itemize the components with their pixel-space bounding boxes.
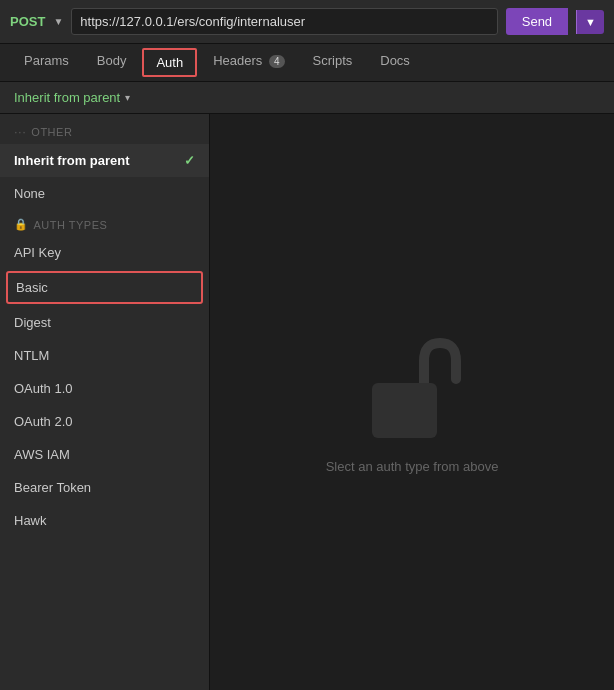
menu-item-basic[interactable]: Basic [6,271,203,304]
oauth1-label: OAuth 1.0 [14,381,73,396]
menu-item-none[interactable]: None [0,177,209,210]
url-input[interactable] [71,8,497,35]
tab-docs[interactable]: Docs [366,44,424,81]
method-label: POST [10,14,45,29]
svg-rect-0 [372,383,437,438]
inherit-dropdown-arrow: ▾ [125,92,130,103]
ntlm-label: NTLM [14,348,49,363]
send-dropdown-button[interactable]: ▼ [576,10,604,34]
auth-section-label: 🔒 AUTH TYPES [0,210,209,236]
menu-item-oauth2[interactable]: OAuth 2.0 [0,405,209,438]
unlock-icon [362,333,462,443]
tab-auth[interactable]: Auth [142,48,197,77]
menu-item-oauth1[interactable]: OAuth 1.0 [0,372,209,405]
auth-subheader: Inherit from parent ▾ [0,82,614,114]
apikey-label: API Key [14,245,61,260]
send-button[interactable]: Send [506,8,568,35]
tab-headers[interactable]: Headers 4 [199,44,298,81]
headers-badge: 4 [269,55,285,68]
tab-body[interactable]: Body [83,44,141,81]
inherit-label: Inherit from parent [14,90,120,105]
hint-text: Slect an auth type from above [326,459,499,474]
tabs-bar: Params Body Auth Headers 4 Scripts Docs [0,44,614,82]
awsiam-label: AWS IAM [14,447,70,462]
other-section-label: ··· OTHER [0,114,209,144]
oauth2-label: OAuth 2.0 [14,414,73,429]
hint-prefix: S [326,459,335,474]
menu-item-apikey[interactable]: API Key [0,236,209,269]
menu-item-ntlm[interactable]: NTLM [0,339,209,372]
menu-item-bearer[interactable]: Bearer Token [0,471,209,504]
menu-item-inherit[interactable]: Inherit from parent ✓ [0,144,209,177]
menu-item-digest[interactable]: Digest [0,306,209,339]
other-label: OTHER [31,126,72,138]
basic-label: Basic [16,280,48,295]
hawk-label: Hawk [14,513,47,528]
menu-item-hawk[interactable]: Hawk [0,504,209,537]
tab-scripts[interactable]: Scripts [299,44,367,81]
tab-params[interactable]: Params [10,44,83,81]
tab-headers-label: Headers [213,53,262,68]
top-bar: POST ▼ Send ▼ [0,0,614,44]
lock-small-icon: 🔒 [14,218,29,231]
inherit-item-label: Inherit from parent [14,153,130,168]
none-item-label: None [14,186,45,201]
left-panel: ··· OTHER Inherit from parent ✓ None 🔒 A… [0,114,210,690]
hint-content: lect an auth type from above [334,459,498,474]
auth-types-label: AUTH TYPES [34,219,108,231]
inherit-dropdown[interactable]: Inherit from parent ▾ [14,90,130,105]
digest-label: Digest [14,315,51,330]
inherit-check-icon: ✓ [184,153,195,168]
main-area: ··· OTHER Inherit from parent ✓ None 🔒 A… [0,114,614,690]
menu-item-awsiam[interactable]: AWS IAM [0,438,209,471]
bearer-label: Bearer Token [14,480,91,495]
right-panel: Slect an auth type from above [210,114,614,690]
dots-icon: ··· [14,124,26,139]
method-dropdown-arrow[interactable]: ▼ [53,16,63,27]
